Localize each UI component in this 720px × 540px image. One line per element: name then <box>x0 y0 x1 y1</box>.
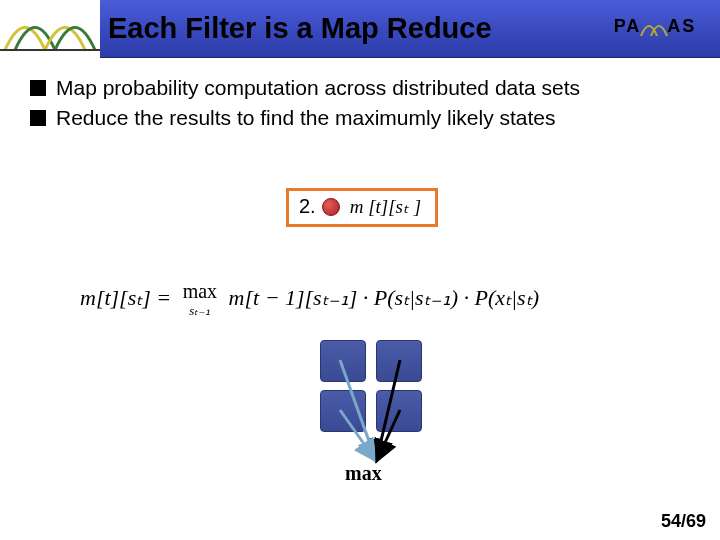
bridge-logo-icon <box>0 0 100 58</box>
bullet-square-icon <box>30 80 46 96</box>
formula-lhs: m[t][sₜ] = <box>80 285 171 310</box>
node-grid <box>320 340 430 440</box>
max-label: max <box>345 462 382 485</box>
grid-node <box>320 340 366 382</box>
step-formula: m [t][sₜ ] <box>350 195 421 218</box>
s-node-icon <box>322 198 340 216</box>
slide-header: Each Filter is a Map Reduce PA AS <box>0 0 720 58</box>
grid-node <box>320 390 366 432</box>
max-operator: max <box>183 280 217 303</box>
page-number: 54/69 <box>661 511 706 532</box>
slide-title: Each Filter is a Map Reduce <box>108 12 492 45</box>
main-formula: m[t][sₜ] = max sₜ₋₁ m[t − 1][sₜ₋₁] · P(s… <box>80 280 539 319</box>
formula-rhs: m[t − 1][sₜ₋₁] · P(sₜ|sₜ₋₁) · P(xₜ|sₜ) <box>229 285 539 310</box>
brand-logo: PA AS <box>600 6 710 46</box>
brand-text-left: PA <box>614 16 642 37</box>
grid-node <box>376 390 422 432</box>
bullet-item: Map probability computation across distr… <box>30 76 720 100</box>
page-current: 54 <box>661 511 681 531</box>
grid-node <box>376 340 422 382</box>
bullet-item: Reduce the results to find the maximumly… <box>30 106 720 130</box>
bullet-list: Map probability computation across distr… <box>30 76 720 130</box>
bullet-text: Map probability computation across distr… <box>56 76 580 100</box>
step-number: 2. <box>299 195 316 218</box>
max-subscript: sₜ₋₁ <box>183 303 217 319</box>
page-total: 69 <box>686 511 706 531</box>
step-2-box: 2. m [t][sₜ ] <box>286 188 438 227</box>
bullet-square-icon <box>30 110 46 126</box>
bridge-small-icon <box>639 11 669 41</box>
bullet-text: Reduce the results to find the maximumly… <box>56 106 556 130</box>
brand-text-right: AS <box>667 16 696 37</box>
